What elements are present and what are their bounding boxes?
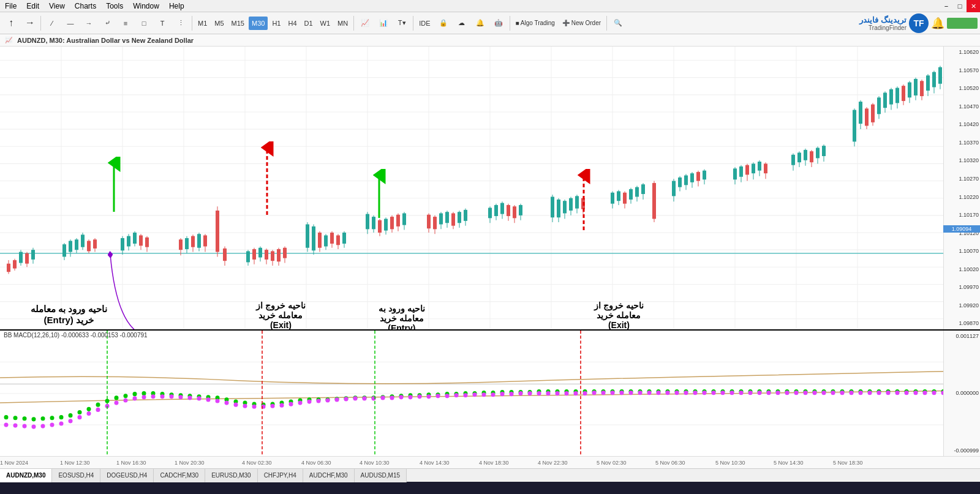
tf-m15[interactable]: M15 — [228, 17, 247, 30]
tf-w1[interactable]: W1 — [317, 17, 334, 30]
svg-point-406 — [491, 392, 496, 397]
sep1 — [40, 16, 41, 31]
tab-0[interactable]: AUDNZD,M30 — [0, 469, 52, 482]
svg-point-449 — [886, 391, 891, 395]
new-order-btn[interactable]: ➕ New Order — [559, 15, 604, 32]
main-chart[interactable]: 1.10620 1.10570 1.10520 1.10470 1.10420 … — [0, 47, 980, 329]
svg-rect-122 — [433, 217, 437, 229]
macd-chart[interactable]: BB MACD(12,26,10) -0.000633 -0.000153 -0… — [0, 329, 980, 456]
polyline-tool[interactable]: ⤶ — [99, 15, 116, 32]
svg-rect-102 — [336, 236, 340, 245]
more-tools[interactable]: ⋮ — [172, 15, 189, 32]
svg-point-434 — [748, 391, 753, 395]
svg-point-440 — [804, 391, 808, 395]
svg-rect-72 — [203, 236, 207, 247]
svg-point-402 — [454, 393, 459, 397]
svg-rect-226 — [908, 83, 911, 98]
svg-point-360 — [69, 419, 73, 423]
notification-icon[interactable]: 🔔 — [931, 17, 944, 30]
svg-point-259 — [87, 406, 91, 411]
svg-rect-178 — [690, 173, 694, 182]
tf-m30[interactable]: M30 — [249, 17, 268, 30]
hline-tool[interactable]: ― — [62, 15, 79, 32]
macd-level-2: 0.000000 — [945, 390, 979, 396]
tab-4[interactable]: EURUSD,M30 — [205, 469, 257, 482]
chart-container: 📈 AUDNZD, M30: Australian Dollar vs New … — [0, 34, 980, 468]
tf-h1[interactable]: H1 — [269, 17, 284, 30]
svg-point-423 — [647, 391, 652, 395]
time-11: 5 Nov 06:30 — [655, 460, 685, 466]
chart-title: AUDNZD, M30: Australian Dollar vs New Ze… — [17, 37, 194, 44]
menu-file[interactable]: File — [5, 2, 17, 10]
svg-rect-140 — [507, 205, 510, 216]
svg-rect-90 — [283, 248, 287, 258]
svg-rect-224 — [902, 86, 905, 101]
menu-view[interactable]: View — [49, 2, 65, 10]
menu-charts[interactable]: Charts — [75, 2, 96, 10]
tf-mn[interactable]: MN — [334, 17, 351, 30]
alerts-btn[interactable]: 🔔 — [472, 15, 489, 32]
ide-btn[interactable]: IDE — [416, 15, 433, 32]
robot-btn[interactable]: 🤖 — [490, 15, 507, 32]
macd-label: BB MACD(12,26,10) -0.000633 -0.000153 -0… — [4, 332, 148, 339]
tf-m5[interactable]: M5 — [211, 17, 227, 30]
menu-edit[interactable]: Edit — [26, 2, 39, 10]
logo-text-en: TradingFinder — [859, 24, 907, 31]
menu-help[interactable]: Help — [169, 2, 184, 10]
tf-m1[interactable]: M1 — [195, 17, 210, 30]
svg-rect-44 — [69, 241, 72, 252]
line-tool[interactable]: ⁄ — [43, 15, 61, 32]
price-3: 1.10520 — [945, 85, 979, 91]
tab-2[interactable]: DOGEUSD,H4 — [100, 469, 154, 482]
svg-rect-126 — [445, 212, 449, 223]
svg-rect-78 — [246, 251, 250, 262]
svg-point-430 — [712, 391, 716, 395]
svg-point-416 — [583, 391, 587, 395]
tf-h4[interactable]: H4 — [285, 17, 300, 30]
svg-point-386 — [307, 399, 312, 403]
svg-point-427 — [684, 391, 688, 395]
svg-rect-162 — [623, 193, 627, 204]
svg-rect-222 — [895, 88, 899, 103]
shapes-tool[interactable]: □ — [135, 15, 153, 32]
crosshair-tool[interactable]: ⭢ — [21, 15, 38, 32]
tab-3[interactable]: CADCHF,M30 — [154, 469, 205, 482]
svg-point-355 — [23, 424, 27, 428]
lock-btn[interactable]: 🔒 — [435, 15, 452, 32]
tab-7[interactable]: AUDUSD,M15 — [355, 469, 407, 482]
ray-tool[interactable]: → — [80, 15, 97, 32]
svg-point-436 — [767, 391, 771, 395]
tab-1[interactable]: EOSUSD,H4 — [52, 469, 100, 482]
templates[interactable]: T▾ — [393, 15, 410, 32]
svg-rect-52 — [93, 239, 97, 249]
svg-point-412 — [546, 391, 551, 395]
svg-rect-40 — [31, 250, 35, 260]
cloud-btn[interactable]: ☁ — [453, 15, 470, 32]
tab-6[interactable]: AUDCHF,M30 — [303, 469, 355, 482]
logo-text-fa: تریدینگ فایندر — [859, 15, 907, 24]
menu-window[interactable]: Window — [133, 2, 159, 10]
channel-tool[interactable]: ≡ — [117, 15, 134, 32]
cursor-tool[interactable]: ⭡ — [2, 15, 20, 32]
svg-rect-34 — [13, 260, 17, 269]
menu-tools[interactable]: Tools — [106, 2, 123, 10]
svg-rect-138 — [500, 203, 504, 214]
zoom-in-btn[interactable]: 🔍 — [609, 15, 627, 32]
tf-d1[interactable]: D1 — [301, 17, 316, 30]
algo-trading-btn[interactable]: ■ Algo Trading — [513, 15, 558, 32]
indicators[interactable]: 📊 — [375, 15, 392, 32]
time-0: 1 Nov 2024 — [0, 460, 28, 466]
price-5: 1.10420 — [945, 121, 979, 127]
time-13: 5 Nov 14:30 — [774, 460, 804, 466]
tab-5[interactable]: CHFJPY,H4 — [258, 469, 303, 482]
svg-rect-158 — [611, 193, 614, 204]
close-button[interactable]: ✕ — [967, 0, 980, 12]
minimize-button[interactable]: − — [940, 0, 953, 12]
svg-rect-60 — [139, 236, 143, 246]
chart-type[interactable]: 📈 — [356, 15, 374, 32]
text-tool[interactable]: T — [154, 15, 171, 32]
maximize-button[interactable]: □ — [953, 0, 967, 12]
svg-rect-86 — [271, 251, 274, 261]
svg-rect-36 — [19, 252, 23, 263]
svg-rect-120 — [427, 215, 431, 229]
